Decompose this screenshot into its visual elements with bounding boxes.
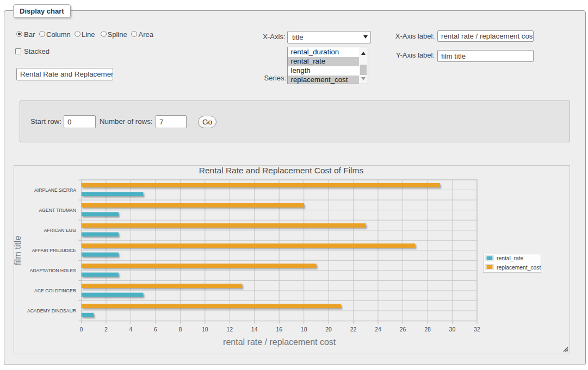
svg-text:22: 22 [350, 326, 357, 333]
svg-text:10: 10 [202, 326, 208, 333]
svg-text:14: 14 [251, 326, 258, 333]
svg-text:12: 12 [226, 326, 233, 333]
svg-text:ACADEMY DINOSAUR: ACADEMY DINOSAUR [27, 308, 76, 313]
svg-text:4: 4 [129, 326, 132, 333]
svg-text:32: 32 [474, 326, 480, 333]
svg-text:8: 8 [178, 326, 182, 333]
svg-text:26: 26 [400, 326, 406, 333]
svg-text:AFRICAN EGG: AFRICAN EGG [44, 228, 77, 233]
svg-text:replacement_cost: replacement_cost [497, 265, 541, 271]
svg-text:ACE GOLDFINGER: ACE GOLDFINGER [34, 288, 76, 293]
svg-text:Rental Rate and Replacement Co: Rental Rate and Replacement Cost of Film… [199, 166, 364, 175]
svg-text:30: 30 [449, 326, 456, 333]
svg-text:20: 20 [325, 326, 332, 333]
svg-text:AIRPLANE SIERRA: AIRPLANE SIERRA [34, 187, 76, 193]
svg-text:AFFAIR PREJUDICE: AFFAIR PREJUDICE [32, 248, 76, 253]
svg-text:28: 28 [424, 326, 431, 333]
svg-text:18: 18 [301, 326, 307, 333]
svg-text:film title: film title [13, 236, 22, 265]
svg-text:AGENT TRUMAN: AGENT TRUMAN [39, 208, 76, 213]
svg-text:ADAPTATION HOLES: ADAPTATION HOLES [30, 268, 76, 273]
svg-text:rental_rate: rental_rate [497, 255, 524, 261]
svg-text:6: 6 [154, 326, 157, 333]
svg-text:16: 16 [276, 326, 282, 333]
svg-text:rental rate / replacement cost: rental rate / replacement cost [223, 337, 336, 347]
svg-text:24: 24 [375, 326, 381, 333]
svg-text:0: 0 [80, 326, 83, 333]
svg-text:2: 2 [104, 326, 108, 333]
